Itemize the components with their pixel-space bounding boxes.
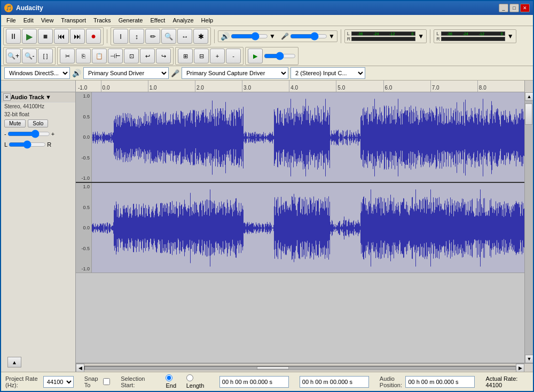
main-window: 🎵 Audacity _ □ ✕ File Edit View Transpor… bbox=[0, 0, 534, 392]
input-volume-slider[interactable] bbox=[290, 33, 327, 39]
cut-button[interactable]: ✂ bbox=[60, 49, 75, 63]
playback-speed-slider[interactable] bbox=[264, 53, 296, 59]
zoom-tool-button[interactable]: 🔍 bbox=[161, 29, 176, 44]
snap-to-checkbox[interactable] bbox=[103, 378, 110, 385]
horizontal-scrollbar: ◀ ▶ bbox=[76, 363, 533, 372]
minimize-button[interactable]: _ bbox=[499, 4, 508, 12]
output-meter-r bbox=[351, 37, 415, 41]
menu-edit[interactable]: Edit bbox=[20, 16, 37, 25]
length-radio-label[interactable]: Length bbox=[186, 374, 209, 389]
draw-tool-button[interactable]: ✏ bbox=[145, 29, 160, 44]
track-scroll-button[interactable]: ▲ bbox=[7, 357, 21, 367]
play-at-speed-button[interactable]: ▶ bbox=[248, 49, 263, 63]
pause-button[interactable]: ⏸ bbox=[6, 29, 21, 44]
empty-track-area bbox=[76, 273, 524, 363]
selection-end-input[interactable] bbox=[300, 376, 369, 388]
end-radio[interactable] bbox=[166, 374, 172, 381]
redo-button[interactable]: ↪ bbox=[156, 49, 171, 63]
audio-position-input[interactable] bbox=[405, 376, 475, 388]
ruler-tick-4: 4.0 bbox=[289, 81, 336, 92]
menu-file[interactable]: File bbox=[3, 16, 19, 25]
timeshift-tool-button[interactable]: ↔ bbox=[177, 29, 192, 44]
output-volume-slider[interactable] bbox=[231, 33, 268, 39]
paste-button[interactable]: 📋 bbox=[92, 49, 107, 63]
zoom-out-button[interactable]: 🔍- bbox=[22, 49, 37, 63]
host-dropdown[interactable]: Windows DirectS... bbox=[4, 67, 70, 79]
copy-button[interactable]: ⎘ bbox=[76, 49, 91, 63]
scroll-right-button[interactable]: ▶ bbox=[516, 364, 524, 372]
envelope-tool-button[interactable]: ↕ bbox=[129, 29, 144, 44]
length-radio[interactable] bbox=[186, 374, 193, 381]
ruler-tick-5: 5.0 bbox=[336, 81, 383, 92]
scroll-thumb-h[interactable] bbox=[257, 366, 289, 370]
multi-tool-button[interactable]: ✱ bbox=[193, 29, 208, 44]
gain-row: - + bbox=[1, 129, 75, 139]
input-meter-dropdown[interactable]: ▼ bbox=[507, 33, 514, 40]
project-rate-dropdown[interactable]: 44100 bbox=[43, 376, 74, 388]
select-tool-button[interactable]: I bbox=[113, 29, 128, 44]
scroll-down-button[interactable]: ▼ bbox=[525, 355, 533, 363]
zoom-fit-button[interactable]: ⊟ bbox=[194, 49, 209, 63]
lr-labels-right: LR bbox=[436, 31, 440, 42]
zoom-in-button[interactable]: 🔍+ bbox=[6, 49, 21, 63]
menu-help[interactable]: Help bbox=[198, 16, 217, 25]
scroll-up-button[interactable]: ▲ bbox=[525, 92, 533, 101]
zoom-out2-button[interactable]: - bbox=[226, 49, 241, 63]
silence-button[interactable]: ⊡ bbox=[124, 49, 139, 63]
main-content: 1.0 0.5 0.0 -0.5 -1.0 1.0 0.5 bbox=[76, 92, 533, 372]
y-bot-05: 0.5 bbox=[76, 205, 91, 210]
track-close-button[interactable]: ✕ bbox=[3, 93, 11, 101]
menu-effect[interactable]: Effect bbox=[147, 16, 169, 25]
pan-slider[interactable] bbox=[9, 140, 46, 149]
channels-dropdown[interactable]: 2 (Stereo) Input C... bbox=[290, 67, 365, 79]
playback-device-dropdown[interactable]: Primary Sound Driver bbox=[83, 67, 169, 79]
scroll-left-button[interactable]: ◀ bbox=[76, 364, 84, 372]
waveform-area: 1.0 0.5 0.0 -0.5 -1.0 1.0 0.5 bbox=[76, 92, 533, 363]
trim-button[interactable]: ⊣⊢ bbox=[108, 49, 123, 63]
zoom-toolbar: 🔍+ 🔍- [ ] bbox=[3, 47, 56, 65]
right-scrollbar: ▲ ▼ bbox=[524, 92, 533, 363]
ruler-scroll-corner bbox=[524, 81, 533, 92]
play-button[interactable]: ▶ bbox=[22, 29, 37, 44]
solo-button[interactable]: Solo bbox=[28, 119, 48, 127]
skip-fwd-button[interactable]: ⏭ bbox=[70, 29, 85, 44]
maximize-button[interactable]: □ bbox=[509, 4, 519, 12]
skip-back-button[interactable]: ⏮ bbox=[54, 29, 69, 44]
y-axis-top: 1.0 0.5 0.0 -0.5 -1.0 bbox=[76, 92, 92, 182]
menu-view[interactable]: View bbox=[38, 16, 57, 25]
end-radio-label[interactable]: End bbox=[166, 374, 182, 389]
undo-button[interactable]: ↩ bbox=[140, 49, 155, 63]
scroll-thumb-v[interactable] bbox=[525, 103, 532, 125]
menu-tracks[interactable]: Tracks bbox=[90, 16, 114, 25]
output-meter-dropdown[interactable]: ▼ bbox=[418, 33, 424, 40]
selection-start-group: Selection Start: bbox=[121, 375, 155, 388]
audio-position-label: Audio Position: bbox=[380, 375, 404, 388]
fit-toolbar: ⊞ ⊟ + - bbox=[175, 47, 244, 65]
selection-start-input[interactable] bbox=[219, 376, 289, 388]
capture-mic-icon: 🎤 bbox=[171, 69, 179, 77]
channel-top: 1.0 0.5 0.0 -0.5 -1.0 bbox=[76, 92, 524, 183]
menu-transport[interactable]: Transport bbox=[58, 16, 89, 25]
y-top-n05: -0.5 bbox=[76, 155, 91, 161]
end-length-group: End Length bbox=[166, 374, 208, 389]
mixer-toolbar: 🔊 ▼ 🎤 ▼ bbox=[218, 30, 337, 42]
stop-button[interactable]: ■ bbox=[38, 29, 53, 44]
output-meter-l: -36 -24 -12 0 bbox=[351, 31, 415, 36]
ruler-tick-2: 2.0 bbox=[195, 81, 242, 92]
track-info-bit: 32-bit float bbox=[1, 110, 75, 118]
menu-analyze[interactable]: Analyze bbox=[169, 16, 197, 25]
gain-slider[interactable] bbox=[7, 130, 50, 138]
menu-generate[interactable]: Generate bbox=[115, 16, 146, 25]
mute-button[interactable]: Mute bbox=[4, 119, 26, 127]
close-button[interactable]: ✕ bbox=[520, 4, 530, 12]
zoom-sel-button[interactable]: [ ] bbox=[38, 49, 53, 63]
track-name-button[interactable]: Audio Track ▼ bbox=[11, 94, 73, 100]
zoom-in2-button[interactable]: + bbox=[210, 49, 225, 63]
fit-tracks-button[interactable]: ⊞ bbox=[178, 49, 193, 63]
capture-device-dropdown[interactable]: Primary Sound Capture Driver bbox=[182, 67, 288, 79]
ruler-tick-0: 0.0 bbox=[101, 81, 148, 92]
edit-toolbar: ✂ ⎘ 📋 ⊣⊢ ⊡ ↩ ↪ bbox=[57, 47, 174, 65]
record-button[interactable]: ● bbox=[86, 29, 101, 44]
y-top-1: 1.0 bbox=[76, 93, 91, 99]
y-top-n1: -1.0 bbox=[76, 175, 91, 181]
